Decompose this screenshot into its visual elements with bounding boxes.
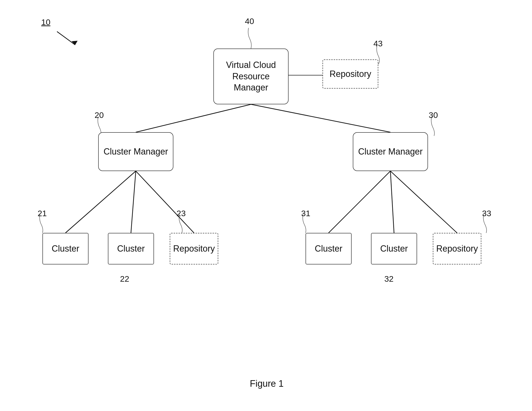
- svg-line-0: [57, 31, 75, 45]
- svg-line-10: [390, 171, 457, 233]
- svg-line-9: [390, 171, 394, 233]
- ref-label-10: 10: [41, 18, 50, 27]
- svg-line-7: [136, 171, 194, 233]
- repository-right-label: Repository: [436, 243, 478, 254]
- ref-label-30: 30: [429, 110, 438, 120]
- diagram: 10 40 Virtual Cloud Resource Manager 43 …: [0, 0, 532, 411]
- ref-label-20: 20: [95, 110, 104, 120]
- svg-line-3: [136, 104, 251, 132]
- svg-line-6: [131, 171, 136, 233]
- ref-label-22: 22: [120, 274, 129, 284]
- cluster-r1-label: Cluster: [315, 243, 342, 254]
- repository-left-label: Repository: [173, 243, 215, 254]
- cluster-manager-right-node: Cluster Manager: [353, 132, 428, 171]
- repository-left-node: Repository: [170, 233, 218, 264]
- ref-label-31: 31: [301, 209, 310, 218]
- ref-label-33: 33: [482, 209, 491, 218]
- cluster-r2-node: Cluster: [371, 233, 417, 264]
- ref-label-43: 43: [373, 39, 383, 48]
- svg-line-8: [329, 171, 390, 233]
- ref-label-32: 32: [384, 274, 394, 284]
- repository-top-label: Repository: [330, 68, 371, 80]
- cluster-r2-label: Cluster: [380, 243, 408, 254]
- cluster-manager-left-label: Cluster Manager: [104, 146, 168, 157]
- figure-label: Figure 1: [230, 379, 303, 389]
- ref-label-21: 21: [38, 209, 47, 218]
- repository-right-node: Repository: [433, 233, 481, 264]
- svg-line-5: [66, 171, 136, 233]
- cluster-l1-node: Cluster: [42, 233, 88, 264]
- cluster-manager-right-label: Cluster Manager: [358, 146, 423, 157]
- vcrm-label: Virtual Cloud Resource Manager: [226, 59, 276, 93]
- cluster-l2-node: Cluster: [108, 233, 154, 264]
- cluster-l1-label: Cluster: [52, 243, 79, 254]
- cluster-r1-node: Cluster: [305, 233, 352, 264]
- ref-label-40: 40: [245, 17, 254, 26]
- cluster-l2-label: Cluster: [117, 243, 145, 254]
- repository-top-node: Repository: [323, 59, 378, 88]
- cluster-manager-left-node: Cluster Manager: [98, 132, 173, 171]
- ref-label-23: 23: [177, 209, 186, 218]
- vcrm-node: Virtual Cloud Resource Manager: [213, 49, 289, 104]
- svg-line-4: [251, 104, 390, 132]
